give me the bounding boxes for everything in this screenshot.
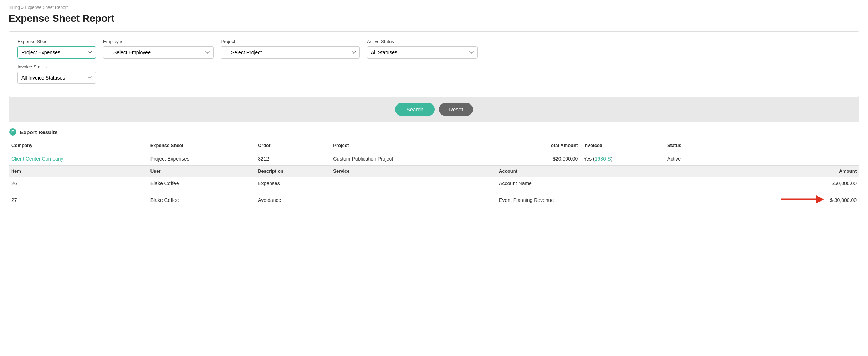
col-order: Order [255, 139, 330, 152]
export-icon[interactable]: E [9, 128, 17, 136]
breadcrumb-separator: » [21, 5, 24, 10]
service-cell-2 [330, 190, 496, 210]
invoice-status-label: Invoice Status [17, 64, 96, 70]
sub-col-amount: Amount [664, 166, 859, 177]
item-cell: 26 [9, 177, 148, 190]
project-filter-group: Project — Select Project — [221, 39, 360, 59]
expense-sheet-select[interactable]: Project Expenses All Expense Sheets [17, 46, 96, 59]
svg-marker-3 [816, 195, 824, 204]
company-link[interactable]: Client Center Company [11, 156, 63, 162]
col-expense-sheet: Expense Sheet [148, 139, 255, 152]
negative-amount: $-30,000.00 [830, 197, 857, 203]
active-status-select[interactable]: All Statuses Active Inactive [367, 46, 478, 59]
user-cell: Blake Coffee [148, 177, 255, 190]
main-header-row: Company Expense Sheet Order Project Tota… [9, 139, 859, 152]
reset-button[interactable]: Reset [439, 103, 473, 116]
table-row: Client Center Company Project Expenses 3… [9, 152, 859, 166]
search-button[interactable]: Search [395, 103, 435, 116]
expense-sheet-cell: Project Expenses [148, 152, 255, 166]
invoice-status-filter-group: Invoice Status All Invoice Statuses Invo… [17, 64, 96, 84]
invoiced-cell: Yes (1686-S) [581, 152, 664, 166]
description-cell-2: Avoidance [255, 190, 330, 210]
col-project: Project [330, 139, 496, 152]
active-status-label: Active Status [367, 39, 478, 44]
filter-row-1: Expense Sheet Project Expenses All Expen… [17, 39, 851, 59]
svg-text:E: E [11, 129, 14, 134]
results-table: Company Expense Sheet Order Project Tota… [9, 139, 859, 210]
item-cell-2: 27 [9, 190, 148, 210]
breadcrumb-current: Expense Sheet Report [25, 5, 68, 10]
description-cell: Expenses [255, 177, 330, 190]
account-cell-2: Event Planning Revenue [496, 190, 664, 210]
project-label: Project [221, 39, 360, 44]
amount-cell-2: $-30,000.00 [664, 190, 859, 210]
project-cell: Custom Publication Project - [330, 152, 496, 166]
employee-label: Employee [103, 39, 214, 44]
filters-card: Expense Sheet Project Expenses All Expen… [9, 31, 859, 97]
expense-sheet-label: Expense Sheet [17, 39, 96, 44]
sub-col-user: User [148, 166, 255, 177]
user-cell-2: Blake Coffee [148, 190, 255, 210]
filter-row-2: Invoice Status All Invoice Statuses Invo… [17, 64, 851, 84]
sub-col-item: Item [9, 166, 148, 177]
sub-data-row-2: 27 Blake Coffee Avoidance Event Planning… [9, 190, 859, 210]
table-wrapper: Company Expense Sheet Order Project Tota… [0, 139, 868, 210]
invoice-link[interactable]: 1686-S [595, 156, 611, 162]
employee-select[interactable]: — Select Employee — [103, 46, 214, 59]
service-cell [330, 177, 496, 190]
page-title: Expense Sheet Report [9, 13, 859, 24]
company-cell: Client Center Company [9, 152, 148, 166]
col-invoiced: Invoiced [581, 139, 664, 152]
expense-sheet-filter-group: Expense Sheet Project Expenses All Expen… [17, 39, 96, 59]
project-select[interactable]: — Select Project — [221, 46, 360, 59]
col-status: Status [664, 139, 859, 152]
amount-cell: $50,000.00 [664, 177, 859, 190]
breadcrumb-parent: Billing [9, 5, 20, 10]
sub-col-service: Service [330, 166, 496, 177]
sub-col-description: Description [255, 166, 330, 177]
col-company: Company [9, 139, 148, 152]
order-cell: 3212 [255, 152, 330, 166]
total-amount-cell: $20,000.00 [496, 152, 581, 166]
col-total-amount: Total Amount [496, 139, 581, 152]
invoice-status-select[interactable]: All Invoice Statuses Invoiced Not Invoic… [17, 72, 96, 84]
status-cell: Active [664, 152, 859, 166]
active-status-filter-group: Active Status All Statuses Active Inacti… [367, 39, 478, 59]
sub-data-row-1: 26 Blake Coffee Expenses Account Name $5… [9, 177, 859, 190]
search-bar: Search Reset [9, 97, 859, 122]
export-area: E Export Results [0, 122, 868, 139]
account-cell: Account Name [496, 177, 664, 190]
employee-filter-group: Employee — Select Employee — [103, 39, 214, 59]
export-label[interactable]: Export Results [20, 129, 58, 135]
breadcrumb: Billing » Expense Sheet Report [0, 0, 868, 11]
sub-col-account: Account [496, 166, 664, 177]
red-arrow [781, 194, 824, 206]
sub-header-row: Item User Description Service Account Am… [9, 166, 859, 177]
